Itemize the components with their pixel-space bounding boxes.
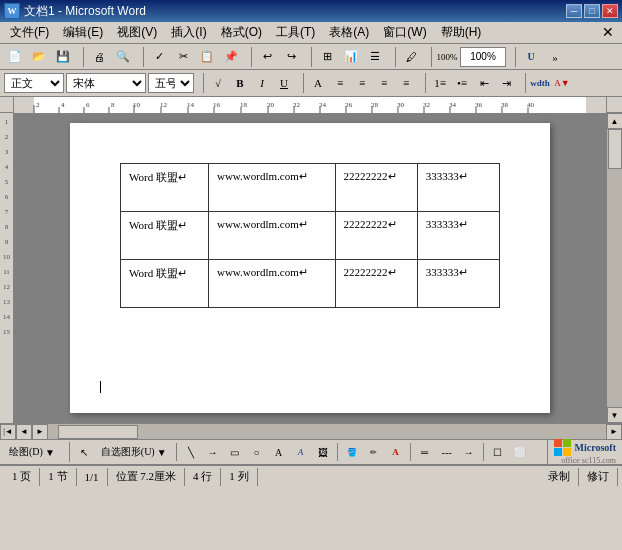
copy-button[interactable]: 📋 [196, 46, 218, 68]
fill-color-button[interactable]: 🪣 [342, 442, 362, 462]
scroll-thumb[interactable] [608, 129, 622, 169]
next-page-button[interactable]: ► [32, 424, 48, 440]
table-cell-r1c3[interactable]: 22222222↵ [335, 164, 417, 212]
zoom-out-button[interactable]: 100% [436, 46, 458, 68]
font-color2-button[interactable]: A▼ [552, 73, 572, 93]
decrease-indent-button[interactable]: ⇤ [474, 73, 494, 93]
font-color-btn2[interactable]: A [386, 442, 406, 462]
h-scroll-nav-buttons[interactable]: |◄ ◄ ► [0, 424, 48, 440]
align-center-button[interactable]: ≡ [352, 73, 372, 93]
open-button[interactable]: 📂 [28, 46, 50, 68]
menu-table[interactable]: 表格(A) [323, 22, 375, 43]
vertical-scrollbar[interactable]: ▲ ▼ [606, 113, 622, 423]
fontsize-dropdown[interactable]: 五号 [148, 73, 194, 93]
underline-button[interactable]: U [274, 73, 294, 93]
help-button[interactable]: U [520, 46, 542, 68]
window-controls[interactable]: ─ □ ✕ [566, 4, 618, 18]
font-dropdown[interactable]: 宋体 [66, 73, 146, 93]
style-dropdown[interactable]: 正文 [4, 73, 64, 93]
horizontal-scrollbar[interactable]: |◄ ◄ ► ► [0, 423, 622, 439]
menu-help[interactable]: 帮助(H) [435, 22, 488, 43]
insert-table-button[interactable]: ⊞ [316, 46, 338, 68]
document-content[interactable]: Word 联盟↵ www.wordlm.com↵ 22222222↵ 33333… [14, 113, 606, 423]
vruler-4: 4 [5, 164, 9, 171]
table-cell-r1c2[interactable]: www.wordlm.com↵ [208, 164, 335, 212]
paste-button[interactable]: 📌 [220, 46, 242, 68]
select-tool-button[interactable]: ↖ [74, 442, 94, 462]
draw-menu-button[interactable]: 绘图(D) ▼ [4, 442, 60, 462]
save-button[interactable]: 💾 [52, 46, 74, 68]
numbering-button[interactable]: 1≡ [430, 73, 450, 93]
prev-page-button[interactable]: ◄ [16, 424, 32, 440]
table-cell-r1c1[interactable]: Word 联盟↵ [121, 164, 209, 212]
clip-art-button[interactable]: 🖼 [313, 442, 333, 462]
scroll-up-button[interactable]: ▲ [607, 113, 623, 129]
bold-button[interactable]: B [230, 73, 250, 93]
drawing-toggle-button[interactable]: 🖊 [400, 46, 422, 68]
toolbar-sep-1 [78, 47, 84, 67]
page-start-button[interactable]: |◄ [0, 424, 16, 440]
bullets-button[interactable]: •≡ [452, 73, 472, 93]
table-cell-r2c4[interactable]: 333333↵ [417, 212, 499, 260]
close-doc-button[interactable]: ✕ [598, 24, 618, 41]
menu-tools[interactable]: 工具(T) [270, 22, 321, 43]
menu-window[interactable]: 窗口(W) [377, 22, 432, 43]
more-button[interactable]: » [544, 46, 566, 68]
line-tool-button[interactable]: ╲ [181, 442, 201, 462]
font-color-button[interactable]: A [308, 73, 328, 93]
redo-button[interactable]: ↪ [280, 46, 302, 68]
close-button[interactable]: ✕ [602, 4, 618, 18]
line-style-button[interactable]: ═ [415, 442, 435, 462]
menu-format[interactable]: 格式(O) [215, 22, 268, 43]
table-cell-r3c3[interactable]: 22222222↵ [335, 260, 417, 308]
minimize-button[interactable]: ─ [566, 4, 582, 18]
textbox-tool-button[interactable]: A [269, 442, 289, 462]
scroll-down-button[interactable]: ▼ [607, 407, 623, 423]
h-scroll-right-button[interactable]: ► [606, 424, 622, 440]
increase-indent-button[interactable]: ⇥ [496, 73, 516, 93]
menu-view[interactable]: 视图(V) [111, 22, 163, 43]
italic-button[interactable]: I [252, 73, 272, 93]
cut-button[interactable]: ✂ [172, 46, 194, 68]
spell-check-button[interactable]: ✓ [148, 46, 170, 68]
sqrt-button[interactable]: √ [208, 73, 228, 93]
zoom-input[interactable] [460, 47, 506, 67]
h-scroll-track[interactable] [48, 424, 606, 439]
undo-button[interactable]: ↩ [256, 46, 278, 68]
rect-tool-button[interactable]: ▭ [225, 442, 245, 462]
table-cell-r1c4[interactable]: 333333↵ [417, 164, 499, 212]
arrow-style-button[interactable]: → [459, 442, 479, 462]
menu-file[interactable]: 文件(F) [4, 22, 55, 43]
3d-button[interactable]: ⬜ [510, 442, 530, 462]
toolbar-sep-5 [390, 47, 396, 67]
new-button[interactable]: 📄 [4, 46, 26, 68]
arrow-tool-button[interactable]: → [203, 442, 223, 462]
table-cell-r2c3[interactable]: 22222222↵ [335, 212, 417, 260]
maximize-button[interactable]: □ [584, 4, 600, 18]
columns-button[interactable]: ☰ [364, 46, 386, 68]
h-scroll-thumb[interactable] [58, 425, 138, 439]
autoshape-button[interactable]: 自选图形(U) ▼ [96, 442, 172, 462]
table-cell-r2c2[interactable]: www.wordlm.com↵ [208, 212, 335, 260]
document-page[interactable]: Word 联盟↵ www.wordlm.com↵ 22222222↵ 33333… [70, 123, 550, 413]
oval-tool-button[interactable]: ○ [247, 442, 267, 462]
shadow-button[interactable]: ☐ [488, 442, 508, 462]
print-button[interactable]: 🖨 [88, 46, 110, 68]
align-left-button[interactable]: ≡ [330, 73, 350, 93]
menu-insert[interactable]: 插入(I) [165, 22, 212, 43]
dash-style-button[interactable]: --- [437, 442, 457, 462]
align-right-button[interactable]: ≡ [374, 73, 394, 93]
table-cell-r3c4[interactable]: 333333↵ [417, 260, 499, 308]
scroll-track[interactable] [607, 129, 622, 407]
table-cell-r3c2[interactable]: www.wordlm.com↵ [208, 260, 335, 308]
document-table[interactable]: Word 联盟↵ www.wordlm.com↵ 22222222↵ 33333… [120, 163, 500, 308]
align-justify-button[interactable]: ≡ [396, 73, 416, 93]
table-cell-r2c1[interactable]: Word 联盟↵ [121, 212, 209, 260]
menu-edit[interactable]: 编辑(E) [57, 22, 109, 43]
highlight-button[interactable]: wdth [530, 73, 550, 93]
print-preview-button[interactable]: 🔍 [112, 46, 134, 68]
table-cell-r3c1[interactable]: Word 联盟↵ [121, 260, 209, 308]
insert-excel-button[interactable]: 📊 [340, 46, 362, 68]
wordart-button[interactable]: A [291, 442, 311, 462]
line-color-button[interactable]: ✏ [364, 442, 384, 462]
